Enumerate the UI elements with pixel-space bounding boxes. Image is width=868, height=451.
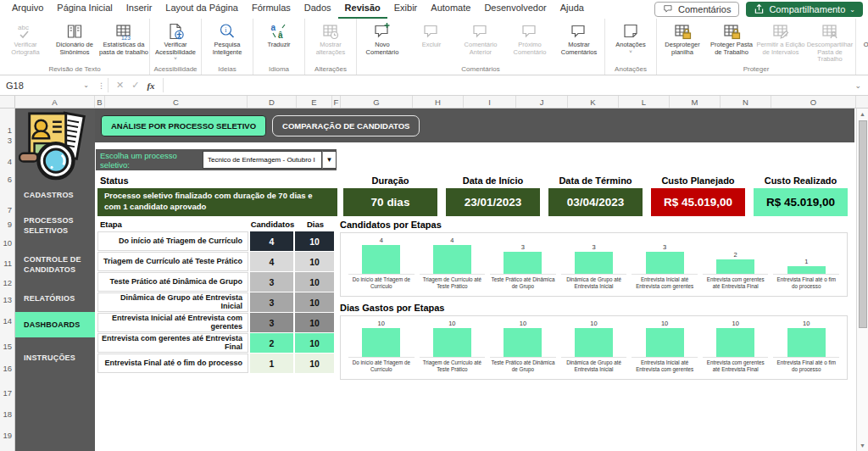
ribbon-button-anotações[interactable]: Anotações˅ xyxy=(606,19,655,55)
column-header-G[interactable]: G xyxy=(341,96,413,108)
ribbon-button-estatísticas-da-pasta-de-trabalho[interactable]: 123Estatísticas da pasta de trabalho xyxy=(99,19,148,56)
row-header-19[interactable]: 19 xyxy=(3,431,12,440)
sidebar-item-cadastros[interactable]: CADASTROS xyxy=(15,190,95,200)
row-header-4[interactable]: 4 xyxy=(8,157,12,166)
column-header-A[interactable]: A xyxy=(15,96,95,108)
book-lock-icon xyxy=(722,21,741,42)
scroll-up-icon[interactable]: ▲ xyxy=(857,109,868,120)
stages-table: EtapaCandidatosDiasDo início até Triagem… xyxy=(97,220,336,374)
ribbon-button-próximo-comentário: Próximo Comentário xyxy=(505,19,554,56)
menubar-right: Comentários Compartilhamento ⌄ xyxy=(654,0,868,19)
menu-tab-dados[interactable]: Dados xyxy=(298,0,338,19)
menu-tab-automate[interactable]: Automate xyxy=(424,0,477,19)
column-header-J[interactable]: J xyxy=(516,96,568,108)
stage-label: Triagem de Currículo até Teste Prático xyxy=(97,252,248,271)
name-box[interactable]: G18 ⌄ xyxy=(0,75,95,95)
menu-tab-revisão[interactable]: Revisão xyxy=(338,0,387,19)
fx-icon[interactable]: fx xyxy=(147,81,154,91)
ribbon-button-label: Dicionário de Sinônimos xyxy=(50,42,99,56)
column-header-E[interactable]: E xyxy=(297,96,332,108)
column-header-I[interactable]: I xyxy=(464,96,516,108)
sidebar-item-instruções[interactable]: INSTRUÇÕES xyxy=(15,353,95,363)
menu-tab-arquivo[interactable]: Arquivo xyxy=(5,0,50,19)
row-header-7[interactable]: 7 xyxy=(8,205,12,214)
menu-tab-desenvolvedor[interactable]: Desenvolvedor xyxy=(477,0,553,19)
stage-candidates-value: 4 xyxy=(250,252,293,271)
row-header-17[interactable]: 17 xyxy=(3,388,12,398)
row-header-14[interactable]: 14 xyxy=(3,316,12,326)
formula-bar-expand-icon[interactable]: ⌄ xyxy=(848,75,868,95)
row-header-6[interactable]: 6 xyxy=(8,175,12,184)
row-header-9[interactable]: 9 xyxy=(8,220,12,229)
thesaurus-icon xyxy=(65,21,84,42)
row-header-11[interactable]: 11 xyxy=(3,259,12,268)
share-button[interactable]: Compartilhamento ⌄ xyxy=(746,2,863,17)
menu-tab-exibir[interactable]: Exibir xyxy=(387,0,425,19)
dropdown-arrow-icon[interactable]: ▼ xyxy=(322,151,337,169)
ribbon-button-label: Anotações xyxy=(615,42,645,49)
column-header-N[interactable]: N xyxy=(721,96,771,108)
view-tab-analise-por-processo-seletivo[interactable]: ANÁLISE POR PROCESSO SELETIVO xyxy=(101,115,266,136)
ribbon-group-label: Acessibilidade xyxy=(150,65,201,75)
ribbon-button-pesquisa-inteligente[interactable]: iPesquisa Inteligente xyxy=(203,19,252,56)
column-header-C[interactable]: C xyxy=(105,96,248,108)
column-header-F[interactable]: F xyxy=(332,96,341,108)
stage-days-value: 10 xyxy=(295,354,334,373)
vertical-scrollbar[interactable]: ▲ ▼ xyxy=(856,109,868,451)
row-header-13[interactable]: 13 xyxy=(3,295,12,304)
data-label: 10 xyxy=(520,320,526,327)
sidebar-item-dashboards[interactable]: DASHBOARDS xyxy=(15,312,95,337)
row-header-12[interactable]: 12 xyxy=(3,278,12,287)
sidebar-item-processos-seletivos[interactable]: PROCESSOS SELETIVOS xyxy=(15,215,95,236)
row-header-16[interactable]: 16 xyxy=(3,364,12,373)
bar xyxy=(504,328,542,357)
column-header-B[interactable]: B xyxy=(95,96,105,108)
ribbon-button-label: Verificar Acessibilidade xyxy=(151,42,200,56)
ribbon-button-verificar-acessibilidade[interactable]: Verificar Acessibilidade˅ xyxy=(151,19,200,62)
view-tab-comparacao-de-candidatos[interactable]: COMPARAÇÃO DE CANDIDATOS xyxy=(272,115,420,136)
menu-tab-ajuda[interactable]: Ajuda xyxy=(554,0,591,19)
column-header-D[interactable]: D xyxy=(248,96,297,108)
ribbon-button-dicionário-de-sinônimos[interactable]: Dicionário de Sinônimos xyxy=(50,19,99,56)
ribbon-button-label: Mostrar Comentários xyxy=(554,42,604,56)
row-header-3[interactable]: 3 xyxy=(8,136,12,145)
ribbon-button-proteger-pasta-de-trabalho[interactable]: Proteger Pasta de Trabalho xyxy=(707,19,756,56)
name-box-splitter[interactable]: ⋮ xyxy=(95,75,108,95)
row-header-10[interactable]: 10 xyxy=(3,238,12,248)
scrollbar-thumb[interactable] xyxy=(859,120,867,328)
menu-tab-fórmulas[interactable]: Fórmulas xyxy=(245,0,298,19)
process-selector-value[interactable]: Tecnico de Enfermagem - Outubro I xyxy=(203,151,322,169)
column-header-K[interactable]: K xyxy=(568,96,619,108)
menu-tab-página-inicial[interactable]: Página Inicial xyxy=(50,0,119,19)
ribbon-button-novo-comentário[interactable]: Novo Comentário xyxy=(358,19,407,56)
column-header-H[interactable]: H xyxy=(413,96,464,108)
row-header-15[interactable]: 15 xyxy=(3,342,12,351)
ribbon-button-traduzir[interactable]: aâTraduzir xyxy=(254,19,303,49)
sidebar-item-controle-de-candidatos[interactable]: CONTROLE DE CANDIDATOS xyxy=(15,254,95,275)
stage-days-value: 10 xyxy=(295,313,334,332)
metric-value: R$ 45.019,00 xyxy=(651,188,745,216)
column-header-M[interactable]: M xyxy=(670,96,721,108)
name-box-value: G18 xyxy=(6,81,24,91)
ribbon-button-ocultar-tinta[interactable]: Ocultar Tinta˅ xyxy=(857,19,868,55)
column-header-O[interactable]: O xyxy=(771,96,856,108)
chart-title: Dias Gastos por Etapas xyxy=(340,303,848,315)
sidebar-item-relatórios[interactable]: RELATÓRIOS xyxy=(15,293,95,303)
column-header-L[interactable]: L xyxy=(619,96,670,108)
comments-button[interactable]: Comentários xyxy=(654,2,739,17)
menu-tab-layout-da-página[interactable]: Layout da Página xyxy=(159,0,245,19)
menu-tab-inserir[interactable]: Inserir xyxy=(120,0,159,19)
bar-group: 10Entrevista com gerentes até Entrevista… xyxy=(700,319,771,377)
row-header-1[interactable]: 1 xyxy=(8,125,12,135)
row-header-18[interactable]: 18 xyxy=(3,409,12,419)
ribbon-button-mostrar-comentários[interactable]: Mostrar Comentários xyxy=(554,19,604,56)
select-all-corner[interactable] xyxy=(0,96,15,108)
scroll-down-icon[interactable]: ▼ xyxy=(857,440,868,451)
comments-button-label: Comentários xyxy=(678,4,731,14)
metric-value: R$ 45.019,00 xyxy=(754,188,848,216)
bar-group: 3Dinâmica de Grupo até Entrevista Inicia… xyxy=(559,236,630,294)
bar-group: 2Entrevista com gerentes até Entrevista … xyxy=(700,236,771,294)
data-label: 10 xyxy=(803,320,810,327)
formula-input[interactable] xyxy=(164,75,849,95)
ribbon-button-desproteger-planilha[interactable]: Desproteger planilha xyxy=(658,19,707,56)
